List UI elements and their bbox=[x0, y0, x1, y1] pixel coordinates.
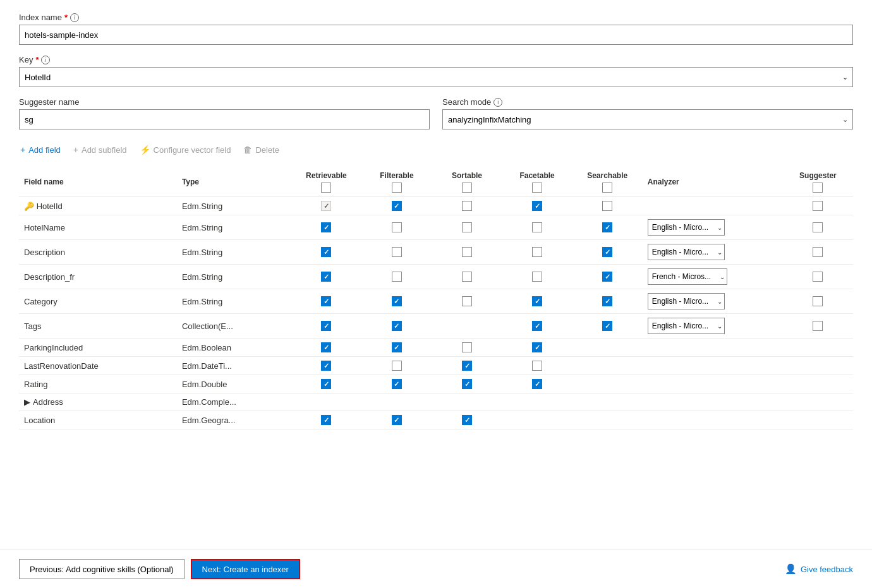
analyzer-select[interactable]: English - Micro... bbox=[648, 318, 725, 334]
search-mode-label: Search mode i bbox=[442, 97, 853, 107]
analyzer-cell: English - Micro...⌄ bbox=[643, 240, 783, 265]
retrievable-checkbox[interactable] bbox=[321, 247, 331, 257]
key-icon: 🔑 bbox=[24, 201, 34, 211]
configure-vector-button[interactable]: ⚡ Configure vector field bbox=[138, 142, 233, 157]
sortable-checkbox[interactable] bbox=[462, 222, 472, 232]
sortable-checkbox[interactable] bbox=[462, 247, 472, 257]
plus-icon: + bbox=[20, 145, 25, 155]
suggester-checkbox[interactable] bbox=[813, 321, 823, 331]
filterable-checkbox[interactable] bbox=[392, 379, 402, 389]
sortable-checkbox[interactable] bbox=[462, 342, 472, 352]
field-type-cell: Edm.DateTi... bbox=[177, 357, 291, 375]
facetable-checkbox[interactable] bbox=[532, 272, 542, 282]
add-field-button[interactable]: + Add field bbox=[19, 142, 62, 157]
field-type-cell: Edm.String bbox=[177, 289, 291, 314]
index-name-input[interactable] bbox=[19, 25, 853, 45]
suggester-checkbox[interactable] bbox=[813, 201, 823, 211]
filterable-checkbox[interactable] bbox=[392, 415, 402, 425]
retrievable-checkbox[interactable] bbox=[321, 272, 331, 282]
sortable-checkbox[interactable] bbox=[462, 379, 472, 389]
searchable-checkbox[interactable] bbox=[602, 247, 612, 257]
table-row: RatingEdm.Double bbox=[19, 375, 853, 393]
analyzer-cell bbox=[643, 357, 783, 375]
filterable-checkbox[interactable] bbox=[392, 222, 402, 232]
facetable-checkbox[interactable] bbox=[532, 361, 542, 371]
filterable-checkbox[interactable] bbox=[392, 296, 402, 306]
sortable-checkbox[interactable] bbox=[462, 415, 472, 425]
suggester-cell bbox=[783, 197, 853, 215]
header-facetable-checkbox[interactable] bbox=[532, 183, 542, 193]
analyzer-select[interactable]: English - Micro... bbox=[648, 219, 725, 236]
suggester-name-label: Suggester name bbox=[19, 97, 430, 107]
header-retrievable-checkbox[interactable] bbox=[321, 183, 331, 193]
lightning-icon: ⚡ bbox=[140, 145, 150, 155]
retrievable-checkbox[interactable] bbox=[321, 415, 331, 425]
add-subfield-button[interactable]: + Add subfield bbox=[72, 142, 128, 157]
sortable-cell bbox=[432, 339, 502, 357]
facetable-cell bbox=[502, 289, 572, 314]
filterable-checkbox[interactable] bbox=[392, 321, 402, 331]
retrievable-checkbox[interactable] bbox=[321, 342, 331, 352]
facetable-checkbox[interactable] bbox=[532, 296, 542, 306]
searchable-checkbox[interactable] bbox=[602, 222, 612, 232]
facetable-checkbox[interactable] bbox=[532, 379, 542, 389]
retrievable-checkbox[interactable] bbox=[321, 379, 331, 389]
facetable-checkbox[interactable] bbox=[532, 222, 542, 232]
page-container: Index name * i Key * i HotelId ⌄ Suggest… bbox=[0, 0, 872, 429]
filterable-checkbox[interactable] bbox=[392, 201, 402, 211]
search-mode-select[interactable]: analyzingInfixMatching bbox=[442, 109, 853, 129]
required-star-key: * bbox=[35, 55, 39, 64]
index-name-label: Index name * i bbox=[19, 13, 853, 22]
analyzer-select[interactable]: English - Micro... bbox=[648, 244, 725, 260]
search-mode-select-wrapper: analyzingInfixMatching ⌄ bbox=[442, 109, 853, 129]
filterable-cell bbox=[361, 240, 432, 265]
suggester-checkbox[interactable] bbox=[813, 222, 823, 232]
required-star: * bbox=[64, 13, 68, 22]
key-select[interactable]: HotelId bbox=[19, 67, 853, 87]
delete-button[interactable]: 🗑 Delete bbox=[242, 142, 281, 157]
retrievable-checkbox[interactable] bbox=[321, 296, 331, 306]
retrievable-checkbox[interactable] bbox=[321, 361, 331, 371]
sortable-checkbox[interactable] bbox=[462, 272, 472, 282]
filterable-checkbox[interactable] bbox=[392, 247, 402, 257]
suggester-checkbox[interactable] bbox=[813, 272, 823, 282]
searchable-checkbox[interactable] bbox=[602, 201, 612, 211]
retrievable-cell bbox=[291, 265, 361, 289]
key-label: Key * i bbox=[19, 55, 853, 64]
searchable-checkbox[interactable] bbox=[602, 272, 612, 282]
sortable-checkbox[interactable] bbox=[462, 361, 472, 371]
retrievable-checkbox[interactable] bbox=[321, 201, 331, 211]
col-header-fieldname: Field name bbox=[19, 167, 177, 197]
header-searchable-checkbox[interactable] bbox=[602, 183, 612, 193]
suggester-checkbox[interactable] bbox=[813, 296, 823, 306]
searchable-checkbox[interactable] bbox=[602, 296, 612, 306]
suggester-checkbox[interactable] bbox=[813, 247, 823, 257]
header-sortable-checkbox[interactable] bbox=[462, 183, 472, 193]
filterable-cell bbox=[361, 215, 432, 240]
expand-icon[interactable]: ▶ bbox=[24, 397, 30, 407]
sortable-checkbox[interactable] bbox=[462, 296, 472, 306]
searchable-checkbox[interactable] bbox=[602, 321, 612, 331]
retrievable-cell bbox=[291, 314, 361, 339]
retrievable-checkbox[interactable] bbox=[321, 321, 331, 331]
analyzer-cell: French - Micros...⌄ bbox=[643, 265, 783, 289]
analyzer-select[interactable]: French - Micros... bbox=[648, 268, 727, 285]
sortable-checkbox[interactable] bbox=[462, 201, 472, 211]
filterable-cell bbox=[361, 375, 432, 393]
facetable-checkbox[interactable] bbox=[532, 321, 542, 331]
facetable-checkbox[interactable] bbox=[532, 342, 542, 352]
filterable-checkbox[interactable] bbox=[392, 272, 402, 282]
analyzer-cell: English - Micro...⌄ bbox=[643, 289, 783, 314]
analyzer-select[interactable]: English - Micro... bbox=[648, 293, 725, 309]
filterable-checkbox[interactable] bbox=[392, 342, 402, 352]
facetable-checkbox[interactable] bbox=[532, 201, 542, 211]
retrievable-checkbox[interactable] bbox=[321, 222, 331, 232]
suggester-searchmode-row: Suggester name Search mode i analyzingIn… bbox=[19, 97, 853, 129]
header-filterable-checkbox[interactable] bbox=[392, 183, 402, 193]
filterable-checkbox[interactable] bbox=[392, 361, 402, 371]
facetable-checkbox[interactable] bbox=[532, 247, 542, 257]
header-suggester-checkbox[interactable] bbox=[813, 183, 823, 193]
search-mode-info-icon: i bbox=[494, 98, 502, 107]
filterable-cell bbox=[361, 411, 432, 429]
suggester-name-input[interactable] bbox=[19, 109, 430, 129]
